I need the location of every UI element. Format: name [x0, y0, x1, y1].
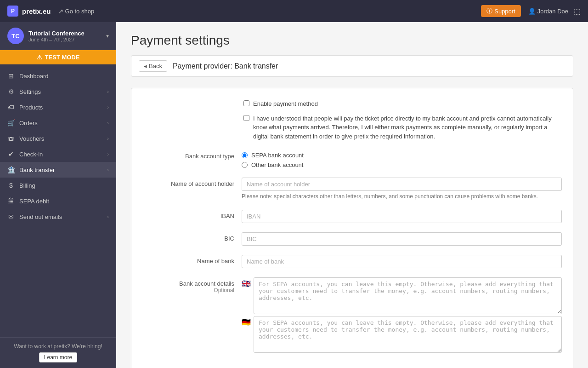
org-avatar: TC	[7, 28, 24, 44]
bank-transfer-icon: 🏦	[7, 166, 15, 173]
bank-details-de-textarea[interactable]	[254, 316, 562, 353]
settings-chevron-icon: ›	[107, 89, 109, 94]
email-chevron-icon: ›	[107, 214, 109, 219]
bank-details-label: Bank account details Optional	[142, 277, 234, 293]
products-icon: 🏷	[7, 104, 15, 111]
sidebar-item-products[interactable]: 🏷 Products ›	[0, 99, 116, 115]
brand-logo[interactable]: P pretix.eu	[7, 6, 51, 17]
page-title: Payment settings	[131, 33, 573, 48]
sidebar-item-settings[interactable]: ⚙ Settings ›	[0, 84, 116, 99]
sidebar-footer: Want to work at pretix? We're hiring! Le…	[0, 337, 116, 368]
orders-chevron-icon: ›	[107, 120, 109, 126]
bic-controls	[242, 232, 562, 246]
vouchers-chevron-icon: ›	[107, 136, 109, 141]
bank-details-controls: 🇬🇧 🇩🇪	[242, 277, 562, 353]
warning-icon: ⚠	[37, 54, 42, 61]
brand-icon: P	[7, 6, 18, 17]
enable-payment-label: Enable payment method	[253, 99, 318, 109]
go-to-shop-link[interactable]: ↗ Go to shop	[58, 8, 95, 15]
org-name: Tutorial Conference	[28, 30, 102, 37]
account-holder-row: Name of account holder Please note: spec…	[142, 178, 562, 201]
account-holder-controls: Please note: special characters other th…	[242, 178, 562, 201]
sepa-radio-item[interactable]: SEPA bank account	[242, 152, 562, 159]
top-navbar: P pretix.eu ↗ Go to shop ⓘ Support 👤 Jor…	[0, 0, 588, 22]
provider-title: Payment provider: Bank transfer	[173, 62, 278, 70]
en-textarea-row: 🇬🇧	[242, 277, 562, 314]
iban-row: IBAN	[142, 210, 562, 223]
dashboard-icon: ⊞	[7, 72, 15, 80]
test-mode-banner: ⚠ TEST MODE	[0, 50, 116, 64]
bank-type-radio-group: SEPA bank account Other bank account	[242, 150, 562, 168]
sidebar-item-billing[interactable]: $ Billing	[0, 178, 116, 193]
bank-name-input[interactable]	[242, 255, 562, 268]
support-button[interactable]: ⓘ Support	[481, 5, 521, 17]
sidebar-item-bank-transfer[interactable]: 🏦 Bank transfer ›	[0, 162, 116, 178]
enable-payment-checkbox[interactable]	[243, 100, 249, 106]
bank-details-en-textarea[interactable]	[254, 277, 562, 314]
bank-account-type-controls: SEPA bank account Other bank account	[242, 150, 562, 168]
main-content: Payment settings ◂ Back Payment provider…	[116, 22, 588, 368]
bank-account-type-label: Bank account type	[142, 150, 234, 160]
enable-checkbox-group: Enable payment method I have understood …	[243, 99, 562, 141]
understand-checkbox[interactable]	[243, 115, 249, 121]
org-dates: June 4th – 7th, 2027	[28, 37, 102, 42]
sidebar-item-send-emails[interactable]: ✉ Send out emails ›	[0, 209, 116, 224]
bic-row: BIC	[142, 232, 562, 246]
billing-icon: $	[7, 182, 15, 189]
user-info[interactable]: 👤 Jordan Doe	[528, 8, 568, 15]
bank-name-label: Name of bank	[142, 255, 234, 264]
sidebar: TC Tutorial Conference June 4th – 7th, 2…	[0, 22, 116, 368]
sidebar-item-vouchers[interactable]: 🎟 Vouchers ›	[0, 131, 116, 146]
layout: TC Tutorial Conference June 4th – 7th, 2…	[0, 22, 588, 368]
learn-more-button[interactable]: Learn more	[39, 352, 77, 362]
sidebar-nav: ⊞ Dashboard ⚙ Settings › 🏷 Products › 🛒 …	[0, 64, 116, 337]
enable-payment-row: Enable payment method	[243, 99, 562, 109]
user-icon: 👤	[528, 8, 536, 15]
iban-controls	[242, 210, 562, 223]
bank-account-type-row: Bank account type SEPA bank account Othe…	[142, 150, 562, 168]
understand-row: I have understood that people will pay t…	[243, 114, 562, 141]
payment-form: Enable payment method I have understood …	[131, 88, 573, 368]
bank-details-row: Bank account details Optional 🇬🇧 🇩🇪	[142, 277, 562, 353]
lang-textarea-group: 🇬🇧 🇩🇪	[242, 277, 562, 353]
other-radio[interactable]	[242, 162, 248, 168]
bank-transfer-chevron-icon: ›	[107, 167, 109, 172]
de-textarea-row: 🇩🇪	[242, 316, 562, 353]
checkin-chevron-icon: ›	[107, 151, 109, 157]
orders-icon: 🛒	[7, 119, 15, 126]
account-holder-input[interactable]	[242, 178, 562, 191]
support-icon: ⓘ	[486, 7, 492, 15]
understand-label: I have understood that people will pay t…	[253, 114, 562, 141]
sepa-radio[interactable]	[242, 152, 248, 158]
bic-label: BIC	[142, 232, 234, 242]
de-flag-icon: 🇩🇪	[242, 319, 251, 326]
bic-input[interactable]	[242, 232, 562, 246]
sidebar-item-dashboard[interactable]: ⊞ Dashboard	[0, 68, 116, 84]
back-bar: ◂ Back Payment provider: Bank transfer	[131, 55, 573, 77]
back-icon: ◂	[144, 63, 147, 69]
bank-name-row: Name of bank	[142, 255, 562, 268]
other-radio-item[interactable]: Other bank account	[242, 161, 562, 168]
account-holder-label: Name of account holder	[142, 178, 234, 187]
shop-icon: ↗	[58, 8, 63, 15]
org-info: Tutorial Conference June 4th – 7th, 2027	[28, 30, 102, 42]
sidebar-item-sepa-debit[interactable]: 🏛 SEPA debit	[0, 193, 116, 209]
email-icon: ✉	[7, 213, 15, 220]
brand-name: pretix.eu	[22, 7, 51, 15]
sidebar-item-checkin[interactable]: ✔ Check-in ›	[0, 146, 116, 162]
org-switcher[interactable]: TC Tutorial Conference June 4th – 7th, 2…	[0, 22, 116, 50]
en-flag-icon: 🇬🇧	[242, 280, 251, 288]
back-button[interactable]: ◂ Back	[139, 60, 167, 72]
products-chevron-icon: ›	[107, 104, 109, 110]
org-chevron-icon: ▾	[106, 33, 109, 39]
settings-icon: ⚙	[7, 88, 15, 95]
iban-label: IBAN	[142, 210, 234, 219]
sepa-icon: 🏛	[7, 197, 15, 205]
bank-name-controls	[242, 255, 562, 268]
iban-input[interactable]	[242, 210, 562, 223]
account-holder-help: Please note: special characters other th…	[242, 193, 562, 201]
vouchers-icon: 🎟	[7, 135, 15, 142]
sidebar-item-orders[interactable]: 🛒 Orders ›	[0, 115, 116, 131]
logout-icon[interactable]: ⬚	[574, 7, 581, 16]
checkin-icon: ✔	[7, 150, 15, 158]
